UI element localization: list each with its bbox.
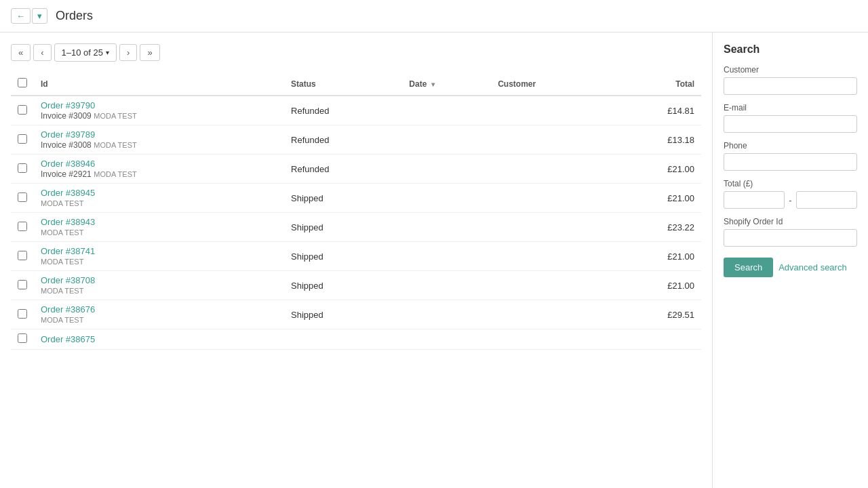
total-cell: £13.18: [609, 125, 701, 155]
date-cell: [402, 300, 491, 329]
col-header-customer: Customer: [491, 73, 608, 96]
customer-cell: [491, 184, 608, 213]
dropdown-button[interactable]: ▾: [32, 8, 47, 24]
order-id-cell: Order #39790 Invoice #3009 MODA TEST: [34, 96, 284, 125]
row-checkbox-cell: [11, 96, 34, 125]
status-cell: Refunded: [284, 96, 402, 125]
row-checkbox[interactable]: [18, 134, 27, 144]
table-row: Order #38741 MODA TEST Shipped £21.00: [11, 242, 701, 271]
table-area: « ‹ 1–10 of 25 › » Id Status Date ▾ Cust…: [0, 33, 712, 488]
search-actions: Search Advanced search: [724, 258, 857, 277]
row-checkbox[interactable]: [18, 309, 27, 319]
order-id-cell: Order #38708 MODA TEST: [34, 271, 284, 300]
customer-cell: [491, 96, 608, 125]
email-field: E-mail: [724, 103, 857, 133]
order-link[interactable]: Order #38675: [41, 334, 277, 344]
customer-input[interactable]: [724, 77, 857, 95]
customer-label: Customer: [724, 65, 857, 75]
select-all-checkbox[interactable]: [18, 78, 27, 87]
date-cell: [402, 242, 491, 271]
range-separator: -: [789, 195, 791, 205]
order-link[interactable]: Order #39789: [41, 129, 277, 140]
col-header-status: Status: [284, 73, 402, 96]
prev-page-button[interactable]: ‹: [33, 44, 51, 61]
page-title: Orders: [56, 9, 93, 23]
phone-field: Phone: [724, 141, 857, 171]
col-header-date[interactable]: Date ▾: [402, 73, 491, 96]
last-page-button[interactable]: »: [140, 44, 159, 61]
table-row: Order #38708 MODA TEST Shipped £21.00: [11, 271, 701, 300]
order-link[interactable]: Order #38708: [41, 275, 277, 285]
status-cell: Shipped: [284, 271, 402, 300]
table-row: Order #38946 Invoice #2921 MODA TEST Ref…: [11, 155, 701, 184]
page-range-selector[interactable]: 1–10 of 25: [54, 43, 117, 62]
shopify-input[interactable]: [724, 229, 857, 247]
search-button[interactable]: Search: [724, 258, 773, 277]
order-id-cell: Order #38676 MODA TEST: [34, 300, 284, 329]
order-id-cell: Order #38741 MODA TEST: [34, 242, 284, 271]
status-cell: Shipped: [284, 300, 402, 329]
customer-cell: [491, 125, 608, 155]
order-link[interactable]: Order #39790: [41, 100, 277, 110]
phone-label: Phone: [724, 141, 857, 150]
email-label: E-mail: [724, 103, 857, 113]
app-header: ← ▾ Orders: [0, 0, 868, 33]
back-button[interactable]: ←: [11, 8, 31, 24]
advanced-search-button[interactable]: Advanced search: [778, 262, 846, 272]
row-checkbox[interactable]: [18, 192, 27, 202]
table-row: Order #38675: [11, 329, 701, 350]
total-cell: £29.51: [609, 300, 701, 329]
order-id-cell: Order #38943 MODA TEST: [34, 213, 284, 242]
customer-cell: [491, 300, 608, 329]
total-cell: [609, 329, 701, 350]
total-to-input[interactable]: [796, 191, 857, 209]
date-cell: [402, 96, 491, 125]
total-from-input[interactable]: [724, 191, 785, 209]
total-label: Total (£): [724, 179, 857, 188]
row-checkbox[interactable]: [18, 251, 27, 260]
customer-name: MODA TEST: [94, 112, 136, 120]
invoice-number: Invoice #2921: [41, 169, 92, 179]
orders-table: Id Status Date ▾ Customer Total Order #3…: [11, 73, 701, 350]
row-checkbox-cell: [11, 300, 34, 329]
row-checkbox[interactable]: [18, 105, 27, 115]
phone-input[interactable]: [724, 153, 857, 171]
email-input[interactable]: [724, 115, 857, 133]
total-cell: £23.22: [609, 213, 701, 242]
row-checkbox[interactable]: [18, 333, 27, 343]
table-row: Order #38945 MODA TEST Shipped £21.00: [11, 184, 701, 213]
table-row: Order #38943 MODA TEST Shipped £23.22: [11, 213, 701, 242]
order-link[interactable]: Order #38945: [41, 188, 277, 198]
customer-cell: [491, 271, 608, 300]
date-sort-icon: ▾: [431, 81, 435, 88]
row-checkbox-cell: [11, 242, 34, 271]
order-link[interactable]: Order #38741: [41, 246, 277, 256]
customer-cell: [491, 213, 608, 242]
order-id-cell: Order #39789 Invoice #3008 MODA TEST: [34, 125, 284, 155]
date-cell: [402, 271, 491, 300]
invoice-number: Invoice #3008: [41, 140, 92, 150]
shopify-label: Shopify Order Id: [724, 217, 857, 226]
first-page-button[interactable]: «: [11, 44, 31, 61]
table-row: Order #38676 MODA TEST Shipped £29.51: [11, 300, 701, 329]
next-page-button[interactable]: ›: [119, 44, 137, 61]
customer-name: MODA TEST: [41, 316, 83, 324]
date-cell: [402, 213, 491, 242]
order-id-cell: Order #38946 Invoice #2921 MODA TEST: [34, 155, 284, 184]
status-cell: Refunded: [284, 155, 402, 184]
date-cell: [402, 155, 491, 184]
order-link[interactable]: Order #38946: [41, 159, 277, 169]
row-checkbox[interactable]: [18, 280, 27, 289]
total-cell: £21.00: [609, 184, 701, 213]
customer-cell: [491, 329, 608, 350]
order-link[interactable]: Order #38676: [41, 304, 277, 314]
total-cell: £21.00: [609, 155, 701, 184]
nav-back: ← ▾: [11, 8, 47, 24]
invoice-number: Invoice #3009: [41, 111, 92, 121]
total-field: Total (£) -: [724, 179, 857, 209]
row-checkbox[interactable]: [18, 163, 27, 173]
order-link[interactable]: Order #38943: [41, 217, 277, 227]
row-checkbox[interactable]: [18, 222, 27, 231]
col-header-total: Total: [609, 73, 701, 96]
total-cell: £14.81: [609, 96, 701, 125]
